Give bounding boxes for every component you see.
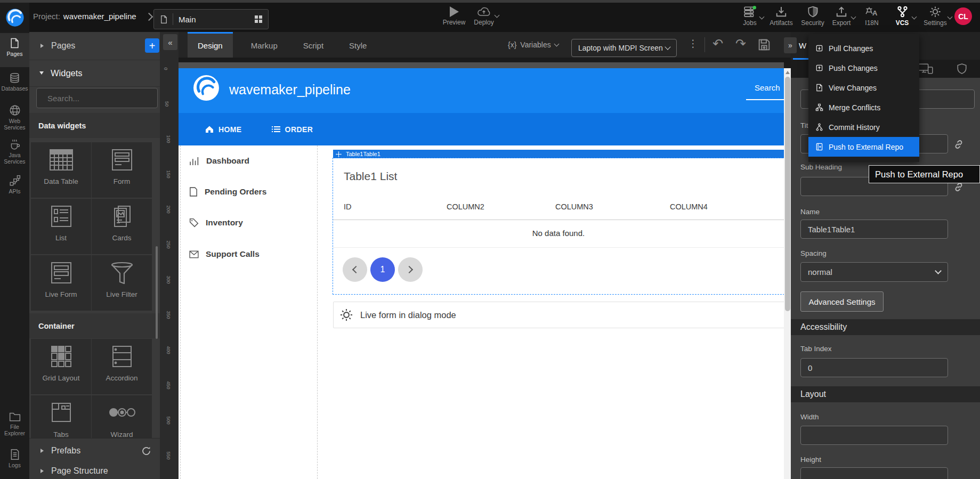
redo-button[interactable]: ↷: [735, 36, 746, 51]
menu-item-commit-history[interactable]: Commit History: [808, 117, 919, 137]
palette-scrollbar[interactable]: [156, 246, 158, 339]
preview-label: Preview: [443, 19, 466, 26]
widget-search[interactable]: [36, 88, 158, 108]
app-sidenav-pending-orders[interactable]: Pending Orders: [189, 187, 266, 197]
device-visibility-icon[interactable]: [918, 63, 933, 74]
wizard-icon: [92, 402, 152, 423]
rail-item-web-services[interactable]: Web Services: [0, 104, 29, 131]
add-page-button[interactable]: +: [145, 38, 159, 53]
refresh-icon[interactable]: [141, 446, 151, 456]
expand-arrow-icon: [41, 469, 44, 473]
menu-item-push-changes[interactable]: Push Changes: [808, 58, 919, 78]
i18n-menu[interactable]: A I18N: [861, 0, 882, 32]
table-column-header[interactable]: COLUMN4: [670, 202, 708, 211]
app-sidenav-dashboard[interactable]: Dashboard: [189, 156, 249, 166]
page-selector[interactable]: Main: [153, 9, 269, 29]
pagination-next-button[interactable]: [398, 257, 423, 282]
tab-style[interactable]: Style: [339, 32, 377, 58]
widget-tile-cards[interactable]: Cards: [92, 199, 152, 254]
widget-tile-accordion[interactable]: Accordion: [92, 339, 152, 394]
security-visibility-shield-icon[interactable]: [957, 63, 967, 75]
java-cup-icon: [9, 139, 21, 150]
rail-item-java-services[interactable]: Java Services: [0, 139, 29, 165]
widget-tile-grid-layout[interactable]: Grid Layout: [31, 339, 91, 394]
jobs-label: Jobs: [743, 19, 756, 27]
menu-item-view-changes[interactable]: View Changes: [808, 78, 919, 98]
widget-tile-live-filter[interactable]: Live Filter: [92, 255, 152, 311]
canvas-kebab-menu[interactable]: ⋮: [688, 37, 698, 50]
pagination-prev-button[interactable]: [343, 257, 367, 282]
pagination-page-1[interactable]: 1: [370, 257, 395, 282]
vcs-menu-button[interactable]: VCS: [891, 0, 913, 32]
variables-button[interactable]: {x} Variables: [508, 32, 558, 58]
widget-tile-live-form[interactable]: Live Form: [31, 255, 91, 311]
app-search-field[interactable]: Search: [755, 83, 780, 92]
jobs-menu[interactable]: Jobs: [738, 0, 762, 32]
tab-markup[interactable]: Markup: [241, 32, 288, 58]
security-label: Security: [801, 19, 824, 27]
spacing-label: Spacing: [800, 249, 827, 257]
data-table-widget[interactable]: Table1 List ID COLUMN2 COLUMN3 COLUMN4 N…: [333, 158, 784, 294]
widgets-section-header[interactable]: Widgets: [29, 60, 160, 87]
height-input[interactable]: [800, 467, 948, 479]
user-avatar[interactable]: CL: [954, 7, 972, 25]
rail-item-pages[interactable]: Pages: [0, 33, 29, 67]
rail-item-databases[interactable]: Databases: [0, 72, 29, 92]
settings-menu[interactable]: Settings: [921, 0, 950, 32]
page-structure-section-header[interactable]: Page Structure: [29, 462, 160, 479]
widget-tile-list[interactable]: List: [31, 199, 91, 254]
rail-item-apis[interactable]: APIs: [0, 175, 29, 194]
width-input[interactable]: [800, 426, 948, 445]
spacing-select[interactable]: normal: [800, 262, 948, 282]
widget-search-input[interactable]: [46, 93, 155, 103]
artifacts-menu[interactable]: Artifacts: [766, 0, 796, 32]
wavemaker-logo[interactable]: [0, 3, 29, 32]
prefabs-section-header[interactable]: Prefabs: [29, 438, 160, 464]
tab-script[interactable]: Script: [293, 32, 334, 58]
selected-widget-tag[interactable]: Table1Table1: [333, 150, 784, 158]
ruler-tick: 100: [166, 135, 171, 143]
sidenav-label: Inventory: [206, 218, 243, 228]
bind-link-icon[interactable]: [953, 139, 965, 150]
menu-item-merge-conflicts[interactable]: Merge Conflicts: [808, 98, 919, 117]
nav-item-home[interactable]: HOME: [205, 125, 242, 134]
table-column-header[interactable]: COLUMN2: [447, 202, 484, 211]
advanced-settings-button[interactable]: Advanced Settings: [800, 291, 884, 312]
expand-panel-button[interactable]: »: [784, 37, 797, 53]
pages-grid-icon[interactable]: [254, 15, 263, 23]
i18n-translate-icon: A: [865, 6, 878, 18]
save-button[interactable]: [758, 38, 771, 51]
pages-tree-header[interactable]: Pages: [29, 32, 160, 60]
live-form-dialog-widget[interactable]: Live form in dialog mode: [333, 302, 785, 328]
tab-index-input[interactable]: [800, 358, 948, 377]
table-column-header[interactable]: COLUMN3: [555, 202, 593, 211]
security-menu[interactable]: Security: [799, 0, 827, 32]
tab-design[interactable]: Design: [188, 32, 233, 58]
rail-item-file-explorer[interactable]: File Explorer: [0, 411, 29, 436]
deploy-button[interactable]: Deploy: [469, 0, 499, 32]
ruler-tick: 400: [166, 346, 171, 354]
collapse-palette-button[interactable]: «: [163, 34, 177, 50]
widget-tile-form[interactable]: Form: [92, 142, 152, 198]
properties-tab-widget[interactable]: W: [799, 41, 806, 50]
container-title: Container: [38, 322, 75, 330]
device-selector[interactable]: Laptop with MDPI Screen: [571, 39, 677, 57]
rail-item-logs[interactable]: Logs: [0, 449, 29, 468]
menu-item-label: Push to External Repo: [829, 143, 903, 151]
preview-button[interactable]: Preview: [440, 0, 468, 32]
tile-label: Data Table: [31, 177, 91, 185]
app-sidenav-inventory[interactable]: Inventory: [189, 218, 243, 228]
app-sidenav-support-calls[interactable]: Support Calls: [189, 249, 260, 259]
deploy-cloud-icon: [477, 6, 491, 17]
scrollbar-thumb[interactable]: [785, 77, 790, 311]
canvas-scrollbar[interactable]: [784, 68, 791, 479]
export-menu[interactable]: Export: [829, 0, 854, 32]
menu-item-push-to-external-repo[interactable]: Push to External Repo: [808, 137, 919, 157]
nav-item-order[interactable]: ORDER: [272, 125, 313, 134]
widget-tile-data-table[interactable]: Data Table: [31, 142, 91, 198]
ruler-tick: 0: [163, 67, 168, 70]
table-column-header[interactable]: ID: [344, 202, 352, 211]
name-input[interactable]: [800, 220, 948, 239]
undo-button[interactable]: ↶: [712, 36, 723, 51]
menu-item-pull-changes[interactable]: Pull Changes: [808, 38, 919, 58]
